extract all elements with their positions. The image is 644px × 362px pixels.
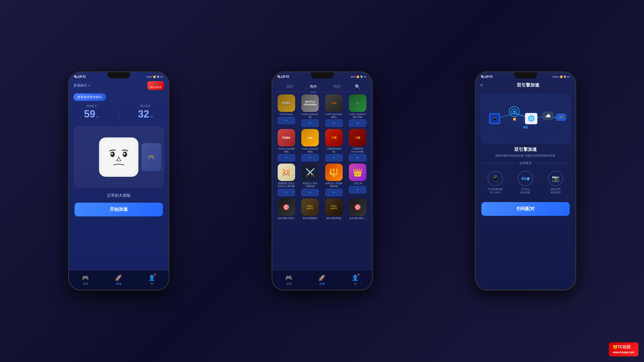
face-svg	[102, 140, 136, 174]
nav-speed-1[interactable]: 🚀 加速	[115, 274, 122, 286]
games-icon-2: 🎮	[285, 274, 292, 281]
notch-2	[311, 72, 333, 78]
add-button-0[interactable]: +	[278, 117, 295, 124]
list-item: LIte PUBG Mobile(轻量版) +	[299, 129, 321, 161]
requirements-row: 📱 手机电脑连接同一WiFi 4G◉ 开启4G移动流量 📷 授权使用相机权限	[476, 168, 575, 198]
notification-dot-2	[358, 274, 359, 275]
list-item: 🎯 使命召唤(中国行)	[276, 198, 297, 220]
add-button-2[interactable]: +	[325, 119, 343, 127]
add-button-8[interactable]: +	[278, 189, 295, 196]
battery-icon-3: ET	[567, 76, 570, 78]
game-thumb-fantasy[interactable]: 👑	[349, 164, 366, 181]
list-item: 🎮 PUBG Mobile(中国台湾版) +	[347, 94, 369, 127]
4g-req-icon: 4G◉	[518, 171, 533, 186]
add-button-11[interactable]: +	[349, 186, 366, 193]
nav-profile-1[interactable]: 👤 我	[148, 274, 155, 286]
nav-games-2[interactable]: 🎮 游戏	[285, 274, 292, 286]
dual-engine-title: 双引擎加速	[476, 147, 575, 153]
game-thumb-pubg4[interactable]: 🎮	[349, 94, 366, 112]
nav-profile-2[interactable]: 👤 我	[352, 274, 359, 286]
req-4g: 4G◉ 开启4G移动流量	[518, 171, 533, 194]
signal-icon-3: 📶	[560, 76, 563, 78]
network-speed-3: 9.9K/S	[552, 76, 559, 78]
game-icon-side: 🎮	[142, 143, 161, 171]
back-button[interactable]: <	[480, 82, 483, 88]
add-button-7[interactable]: +	[349, 154, 366, 161]
wifi-req-icon: 📱	[488, 171, 503, 186]
game-thumb-pubg[interactable]: PUBG	[278, 94, 295, 112]
tab-domestic[interactable]: 国内	[284, 83, 296, 90]
requirements-label: 使用要求	[519, 161, 532, 165]
list-item: CALLDUTY 使命召唤(图际)	[299, 198, 321, 220]
network-speed-1: 13K/S	[146, 76, 152, 78]
game-display: 🎮	[73, 126, 164, 188]
game-thumb-pubglite[interactable]: LIte	[301, 129, 319, 146]
add-button-9[interactable]: +	[301, 189, 319, 196]
wifi-icon-1: 📡	[157, 76, 160, 78]
search-icon-tab[interactable]: 🔍	[355, 84, 360, 89]
network-svg: 📱 📶 4G 🌐 ☁️ �	[480, 96, 571, 141]
watermark: 🐱TC社区 www.tcsqw.com	[609, 342, 638, 356]
phone-3: 电上|0:01 9.9K/S 📶 📡 ET < 双引擎加速	[475, 71, 576, 291]
status-icons-1: 13K/S 📶 📡 ET	[146, 76, 163, 78]
svg-text:📶: 📶	[513, 117, 516, 121]
game-thumb-callduty2[interactable]: CALLDUTY	[325, 198, 343, 216]
svg-point-4	[124, 153, 125, 155]
tab-overseas[interactable]: 海外	[308, 83, 319, 90]
list-item: 三国 三国群英传M(台版) +	[323, 129, 345, 161]
game-thumb-dark[interactable]: ⚔️	[301, 164, 319, 181]
start-button[interactable]: 开始加速	[75, 203, 163, 216]
add-button-6[interactable]: +	[325, 154, 343, 161]
list-item: CALLDUTY 使命召唤(韩服)	[323, 198, 345, 220]
bottom-nav-2: 🎮 游戏 🚀 加速 👤 我	[272, 270, 372, 290]
game-thumb-pubg5[interactable]: PUBG	[278, 129, 295, 146]
tabs-row: 国内 海外 我的 🔍	[272, 80, 372, 92]
phone-2: 电上|0:01 9K/S 📶 📡 ET 国内 海外 我的 🔍 PUBG PUBG…	[271, 71, 373, 291]
game-thumb-pubg2[interactable]: BATTLEGROUNDS	[301, 94, 319, 112]
svg-text:☁️: ☁️	[545, 113, 551, 119]
game-thumb-colorful[interactable]: 🔱	[325, 164, 343, 181]
game-thumb-sanguo2[interactable]: 三国	[349, 129, 366, 146]
status-time-2: 电上|0:01	[277, 75, 290, 79]
nav-speed-2[interactable]: 🚀 加速	[318, 274, 326, 286]
status-icons-3: 9.9K/S 📶 📡 ET	[552, 76, 570, 78]
phone3-title: 双引擎加速	[485, 82, 571, 88]
profile-icon-2: 👤	[352, 275, 359, 281]
divider	[118, 107, 119, 121]
recommend-btn[interactable]: 推荐使用竞技模式	[73, 93, 106, 101]
svg-text:4G: 4G	[523, 125, 528, 129]
latency-stat: 线路延迟 59 ms	[84, 104, 99, 121]
scan-button[interactable]: 扫码配对	[481, 202, 570, 216]
add-button-10[interactable]: +	[325, 189, 343, 196]
signal-icon-2: 📶	[356, 76, 359, 78]
bottom-nav-1: 🎮 游戏 🚀 加速 👤 我	[69, 270, 169, 290]
divider-right	[534, 163, 570, 163]
add-button-4[interactable]: +	[278, 154, 295, 161]
list-item: BATTLEGROUNDS PUBG Mobile(日韩) +	[299, 94, 321, 127]
signal-icon-1: 📶	[153, 76, 156, 78]
game-thumb-callduty[interactable]: CALLDUTY	[301, 198, 319, 216]
phone-2-screen: 电上|0:01 9K/S 📶 📡 ET 国内 海外 我的 🔍 PUBG PUBG…	[272, 72, 372, 290]
nav-games-1[interactable]: 🎮 游戏	[82, 274, 89, 286]
game-thumb-pubg3[interactable]: LITE	[325, 94, 343, 112]
add-button-5[interactable]: +	[301, 154, 319, 161]
phone-3-screen: 电上|0:01 9.9K/S 📶 📡 ET < 双引擎加速	[476, 72, 575, 290]
game-icon-main	[99, 137, 138, 177]
list-item: 🎯 使命召唤(测试...)	[347, 198, 369, 220]
game-thumb-sanguo1[interactable]: 三国	[325, 129, 343, 146]
game-thumb-hero[interactable]: 🐹	[278, 164, 295, 181]
phone-1-screen: 电上|0:01 13K/S 📶 📡 ET 普通模式 ⟳ ➕ 增强 抗疫情 推荐使…	[69, 72, 169, 290]
svg-point-3	[111, 153, 113, 155]
game-thumb-garena[interactable]: 🎯	[278, 198, 295, 216]
add-button-1[interactable]: +	[301, 119, 319, 127]
game-thumb-garena2[interactable]: 🎯	[349, 198, 366, 216]
4g-label: 4G◉	[521, 176, 530, 181]
games-grid: PUBG PUBG Mobile + BATTLEGROUNDS PUBG Mo…	[272, 92, 372, 222]
status-time-1: 电上|0:01	[74, 75, 86, 79]
mode-icon: ⟳	[88, 84, 90, 87]
add-button-3[interactable]: +	[349, 119, 366, 127]
antivirus-badge[interactable]: ➕ 增强 抗疫情	[147, 81, 164, 90]
tab-mine[interactable]: 我的	[331, 83, 343, 90]
notification-dot-1	[154, 274, 156, 275]
req-wifi: 📱 手机电脑连接同一WiFi	[488, 171, 503, 194]
